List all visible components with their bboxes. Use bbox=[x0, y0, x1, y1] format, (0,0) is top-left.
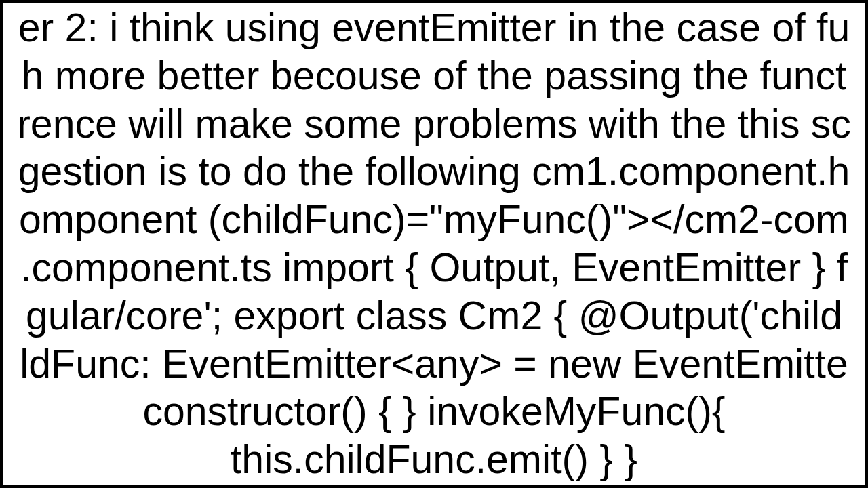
document-frame: er 2: i think using eventEmitter in the … bbox=[0, 0, 868, 488]
text-line: ldFunc: EventEmitter<any> = new EventEmi… bbox=[17, 340, 851, 388]
text-line: .component.ts import { Output, EventEmit… bbox=[17, 244, 851, 292]
text-line: gestion is to do the following cm1.compo… bbox=[17, 148, 851, 196]
text-line: gular/core'; export class Cm2 { @Output(… bbox=[17, 292, 851, 340]
text-line: omponent (childFunc)="myFunc()"></cm2-co… bbox=[17, 196, 851, 244]
text-line: constructor() { } invokeMyFunc(){ bbox=[17, 388, 851, 436]
text-line: er 2: i think using eventEmitter in the … bbox=[17, 4, 851, 52]
document-text-block: er 2: i think using eventEmitter in the … bbox=[17, 4, 851, 484]
text-line: this.childFunc.emit() } } bbox=[17, 436, 851, 484]
text-line: rence will make some problems with the t… bbox=[17, 100, 851, 148]
text-line: h more better becouse of the passing the… bbox=[17, 52, 851, 100]
